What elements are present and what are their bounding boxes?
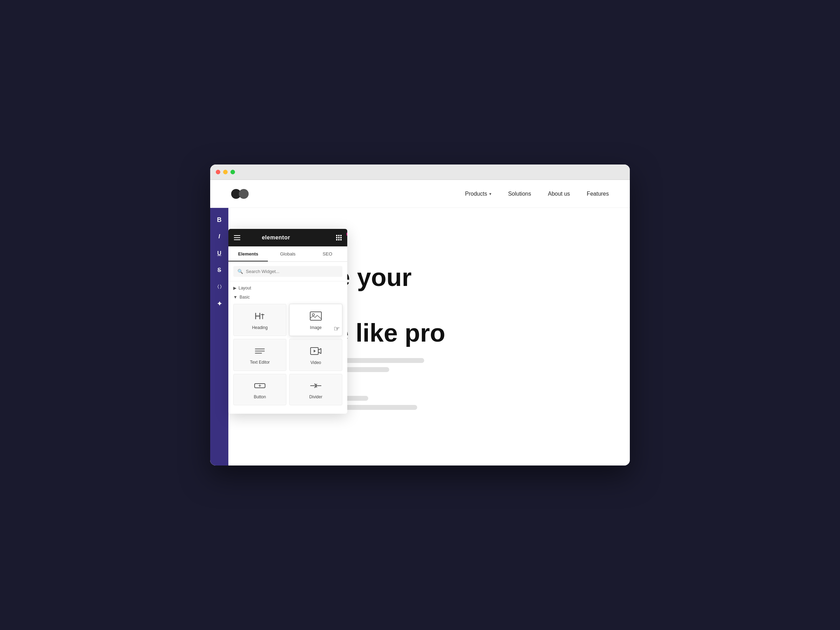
widget-search-area: 🔍 xyxy=(228,262,347,282)
widget-text-editor[interactable]: Text Editor xyxy=(233,339,286,371)
svg-rect-0 xyxy=(310,312,321,320)
toolbar-italic-button[interactable]: I xyxy=(213,230,226,243)
logo-circle-2 xyxy=(239,189,249,199)
widget-video[interactable]: Video xyxy=(289,339,343,371)
image-widget-icon xyxy=(309,311,322,322)
widget-heading-label: Heading xyxy=(252,325,268,330)
text-editor-widget-icon xyxy=(254,347,266,357)
toolbar-strikethrough-button[interactable]: S xyxy=(213,264,226,277)
traffic-light-close[interactable] xyxy=(216,170,220,174)
cursor-icon: ☞ xyxy=(334,324,340,333)
nav-link-solutions[interactable]: Solutions xyxy=(508,191,531,197)
tab-globals[interactable]: Globals xyxy=(268,246,307,261)
main-area: B I U S 〈 〉 ✦ Manage your new website li… xyxy=(210,208,630,465)
search-input[interactable] xyxy=(246,269,338,274)
widget-divider[interactable]: Divider xyxy=(289,374,343,405)
left-toolbar: B I U S 〈 〉 ✦ xyxy=(210,208,228,465)
hamburger-menu-icon[interactable] xyxy=(234,235,240,240)
navbar: Products ▾ Solutions About us Features xyxy=(210,180,630,208)
widget-button[interactable]: Button xyxy=(233,374,286,405)
widget-text-editor-label: Text Editor xyxy=(250,360,270,365)
widget-image-label: Image xyxy=(310,325,321,330)
button-widget-icon xyxy=(254,381,266,392)
widget-image[interactable]: Image ☞ xyxy=(289,304,343,336)
layout-section-toggle[interactable]: ▶ Layout xyxy=(233,286,343,291)
svg-point-1 xyxy=(312,313,314,316)
chevron-down-icon: ▾ xyxy=(489,192,491,196)
toolbar-bold-button[interactable]: B xyxy=(213,214,226,226)
widget-video-label: Video xyxy=(311,360,321,365)
widget-heading[interactable]: Heading xyxy=(233,304,286,336)
nav-link-about[interactable]: About us xyxy=(548,191,570,197)
elementor-title: elementor xyxy=(262,234,290,241)
layout-arrow-icon: ▶ xyxy=(233,286,237,291)
nav-links: Products ▾ Solutions About us Features xyxy=(465,191,609,197)
browser-content: Products ▾ Solutions About us Features B… xyxy=(210,180,630,465)
toolbar-underline-button[interactable]: U xyxy=(213,247,226,260)
hamburger-line-1 xyxy=(234,235,240,236)
nav-link-features[interactable]: Features xyxy=(587,191,609,197)
tab-elements[interactable]: Elements xyxy=(228,246,268,261)
basic-arrow-icon: ▼ xyxy=(233,295,237,299)
widgets-area: ▶ Layout ▼ Basic xyxy=(228,282,347,414)
toolbar-magic-button[interactable]: ✦ xyxy=(213,298,226,310)
logo xyxy=(231,189,249,199)
toolbar-code-button[interactable]: 〈 〉 xyxy=(213,281,226,293)
elementor-panel: elementor Elements Globals xyxy=(228,229,347,414)
hamburger-line-3 xyxy=(234,239,240,240)
tab-seo[interactable]: SEO xyxy=(308,246,347,261)
elementor-header: elementor xyxy=(228,229,347,246)
search-wrapper: 🔍 xyxy=(233,266,343,277)
divider-widget-icon xyxy=(310,381,322,392)
hamburger-line-2 xyxy=(234,237,240,238)
grid-view-icon[interactable] xyxy=(336,235,342,241)
widget-button-label: Button xyxy=(254,394,266,399)
widgets-grid: Heading Image xyxy=(233,304,343,405)
search-icon: 🔍 xyxy=(237,269,243,274)
widget-divider-label: Divider xyxy=(309,394,322,399)
video-widget-icon xyxy=(310,346,322,357)
nav-link-products[interactable]: Products ▾ xyxy=(465,191,491,197)
browser-titlebar xyxy=(210,165,630,180)
browser-window: Products ▾ Solutions About us Features B… xyxy=(210,165,630,465)
heading-widget-icon xyxy=(254,311,265,322)
elementor-tabs: Elements Globals SEO xyxy=(228,246,347,262)
basic-section-toggle[interactable]: ▼ Basic xyxy=(233,295,343,299)
traffic-light-minimize[interactable] xyxy=(223,170,228,174)
traffic-light-maximize[interactable] xyxy=(231,170,235,174)
elementor-notification-dot xyxy=(347,233,347,236)
